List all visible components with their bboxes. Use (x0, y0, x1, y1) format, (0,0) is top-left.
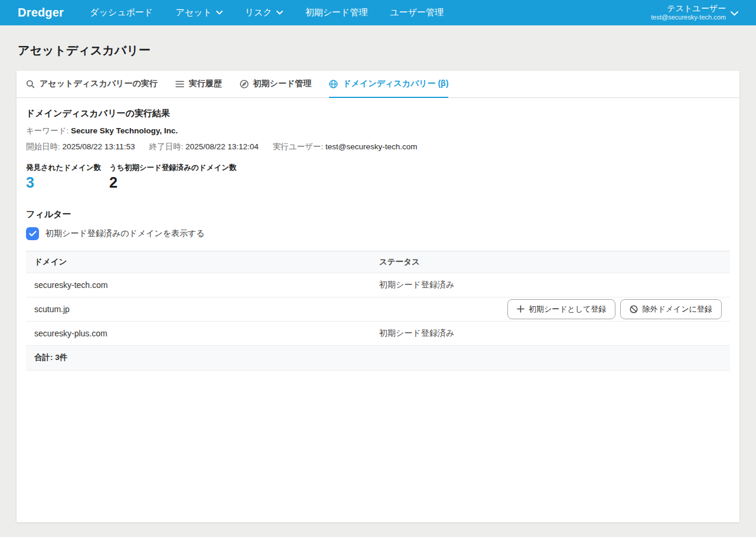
register-excluded-domain-button[interactable]: 除外ドメインに登録 (620, 299, 722, 319)
row-actions: 初期シードとして登録 除外ドメインに登録 (507, 299, 730, 319)
stat-discovered-domains: 発見されたドメイン数 3 (26, 163, 101, 191)
column-header-status: ステータス (379, 257, 730, 267)
user-name: テストユーザー (667, 4, 726, 14)
nav-item-label: アセット (175, 7, 211, 18)
nav-item-asset[interactable]: アセット (175, 7, 222, 18)
end-time: 終了日時: 2025/08/22 13:12:04 (149, 142, 258, 152)
exec-user: 実行ユーザー: test@securesky-tech.com (273, 142, 418, 152)
stat-label: 発見されたドメイン数 (26, 163, 101, 173)
chevron-down-icon (276, 11, 283, 15)
register-seed-button[interactable]: 初期シードとして登録 (507, 299, 616, 319)
domain-cell: scutum.jp (26, 304, 379, 314)
nav-item-label: ユーザー管理 (390, 7, 444, 18)
tab-domain-discovery[interactable]: ドメインディスカバリー (β) (329, 71, 448, 98)
nav-items: ダッシュボード アセット リスク 初期シード管理 ユーザー管理 (90, 7, 444, 18)
button-label: 除外ドメインに登録 (642, 304, 712, 315)
start-time: 開始日時: 2025/08/22 13:11:53 (26, 142, 135, 152)
results-heading: ドメインディスカバリーの実行結果 (26, 108, 730, 119)
filter-heading: フィルター (26, 209, 730, 220)
status-cell: 初期シード登録済み (379, 328, 730, 339)
plus-icon (517, 305, 524, 313)
table-row: securesky-tech.com 初期シード登録済み (26, 273, 730, 297)
total-count: 合計: 3件 (26, 352, 379, 363)
nav-item-risk[interactable]: リスク (245, 7, 283, 18)
ban-icon (630, 305, 638, 313)
globe-icon (329, 80, 338, 89)
domains-table: ドメイン ステータス securesky-tech.com 初期シード登録済み … (26, 251, 730, 371)
tab-content: ドメインディスカバリーの実行結果 キーワード: Secure Sky Techn… (17, 108, 739, 371)
tabbar: アセットディスカバリーの実行 実行履歴 初期シード管理 ドメインディスカバリー … (17, 71, 739, 98)
keyword-label: キーワード: (26, 126, 69, 135)
table-footer-row: 合計: 3件 (26, 346, 730, 371)
table-row: securesky-plus.com 初期シード登録済み (26, 322, 730, 346)
keyword-value: Secure Sky Technology, Inc. (71, 126, 178, 135)
stat-value: 2 (109, 174, 236, 191)
tab-run-history[interactable]: 実行履歴 (175, 71, 222, 98)
table-row: scutum.jp 初期シードとして登録 除外ドメインに登録 (26, 297, 730, 322)
user-menu[interactable]: テストユーザー test@securesky-tech.com (651, 4, 738, 22)
tab-label: アセットディスカバリーの実行 (40, 78, 158, 89)
filter-row: 初期シード登録済みのドメインを表示する (26, 227, 730, 240)
show-registered-checkbox[interactable] (26, 227, 39, 240)
chevron-down-icon (216, 11, 223, 15)
stat-label: うち初期シード登録済みのドメイン数 (109, 163, 236, 173)
main-card: アセットディスカバリーの実行 実行履歴 初期シード管理 ドメインディスカバリー … (17, 71, 739, 522)
nav-item-label: リスク (245, 7, 272, 18)
keyword-line: キーワード: Secure Sky Technology, Inc. (26, 126, 730, 136)
list-icon (175, 80, 184, 88)
nav-item-label: 初期シード管理 (305, 7, 368, 18)
end-time-value: 2025/08/22 13:12:04 (185, 142, 259, 151)
tab-label: 実行履歴 (189, 78, 222, 89)
stats-row: 発見されたドメイン数 3 うち初期シード登録済みのドメイン数 2 (26, 163, 730, 191)
top-navbar: Dredger ダッシュボード アセット リスク 初期シード管理 ユーザー管理 … (0, 0, 756, 25)
start-time-label: 開始日時: (26, 142, 60, 151)
start-time-value: 2025/08/22 13:11:53 (63, 142, 135, 151)
check-icon (29, 228, 37, 239)
end-time-label: 終了日時: (149, 142, 183, 151)
nav-item-dashboard[interactable]: ダッシュボード (90, 7, 153, 18)
tab-label: ドメインディスカバリー (β) (343, 78, 448, 89)
column-header-domain: ドメイン (26, 257, 379, 267)
user-email: test@securesky-tech.com (651, 14, 726, 22)
nav-item-seed-management[interactable]: 初期シード管理 (305, 7, 368, 18)
compass-icon (240, 80, 249, 89)
tab-label: 初期シード管理 (253, 78, 312, 89)
chevron-down-icon (731, 8, 738, 18)
status-cell: 初期シード登録済み (379, 280, 730, 290)
domain-cell: securesky-plus.com (26, 329, 379, 338)
nav-item-user-management[interactable]: ユーザー管理 (390, 7, 444, 18)
tab-asset-discovery-run[interactable]: アセットディスカバリーの実行 (26, 71, 158, 98)
meta-line: 開始日時: 2025/08/22 13:11:53 終了日時: 2025/08/… (26, 142, 730, 152)
nav-item-label: ダッシュボード (90, 7, 153, 18)
user-info: テストユーザー test@securesky-tech.com (651, 4, 726, 22)
filter-checkbox-label[interactable]: 初期シード登録済みのドメインを表示する (45, 228, 205, 239)
search-icon (26, 80, 35, 89)
brand-logo[interactable]: Dredger (18, 6, 64, 19)
stat-registered-domains: うち初期シード登録済みのドメイン数 2 (109, 163, 236, 191)
exec-user-value: test@securesky-tech.com (325, 142, 418, 151)
exec-user-label: 実行ユーザー: (273, 142, 323, 151)
domain-cell: securesky-tech.com (26, 280, 379, 290)
page-title: アセットディスカバリー (18, 42, 756, 58)
table-header-row: ドメイン ステータス (26, 251, 730, 273)
button-label: 初期シードとして登録 (529, 304, 607, 315)
tab-seed-management[interactable]: 初期シード管理 (240, 71, 312, 98)
stat-value: 3 (26, 174, 101, 191)
